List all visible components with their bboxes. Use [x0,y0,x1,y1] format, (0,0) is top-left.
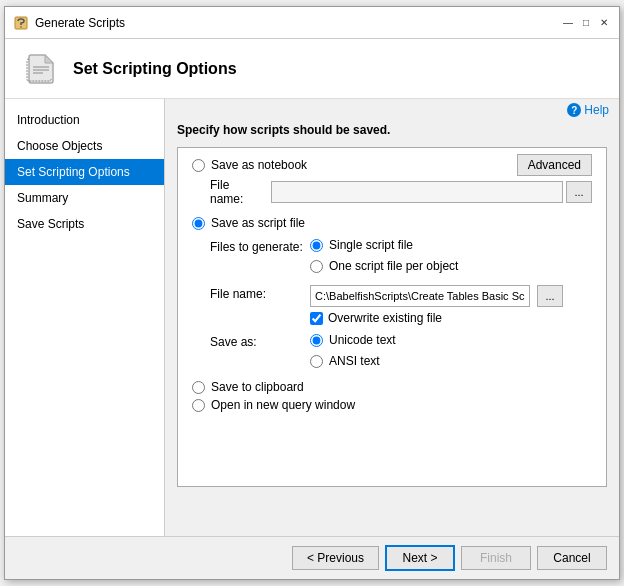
window-icon [13,15,29,31]
save-as-section: Save as: Unicode text ANSI text [210,333,592,372]
script-options-section: Files to generate: Single script file On… [192,238,592,372]
notebook-filename-row: File name: ... [192,178,592,206]
unicode-row: Unicode text [310,333,396,347]
sidebar-item-set-scripting-options[interactable]: Set Scripting Options [5,159,164,185]
single-script-label: Single script file [329,238,413,252]
title-bar: Generate Scripts — □ ✕ [5,7,619,39]
sidebar-item-summary[interactable]: Summary [5,185,164,211]
sidebar-item-introduction[interactable]: Introduction [5,107,164,133]
open-query-label: Open in new query window [211,398,355,412]
ansi-row: ANSI text [310,354,396,368]
save-to-clipboard-radio[interactable] [192,381,205,394]
help-label: Help [584,103,609,117]
svg-point-1 [20,26,22,28]
overwrite-row: Overwrite existing file [310,311,563,325]
help-icon: ? [567,103,581,117]
files-to-generate-label: Files to generate: [210,238,310,254]
content-area: ? Help Specify how scripts should be sav… [165,99,619,536]
save-as-options: Unicode text ANSI text [310,333,396,372]
save-as-script-radio[interactable] [192,217,205,230]
window-title: Generate Scripts [35,16,561,30]
notebook-file-input[interactable] [271,181,563,203]
advanced-button[interactable]: Advanced [517,154,592,176]
overwrite-label: Overwrite existing file [328,311,442,325]
page-title: Set Scripting Options [73,60,237,78]
unicode-radio[interactable] [310,334,323,347]
single-script-row: Single script file [310,238,458,252]
notebook-file-label: File name: [210,178,265,206]
header-area: Set Scripting Options [5,39,619,99]
instruction-text: Specify how scripts should be saved. [177,123,607,137]
files-to-generate-section: Files to generate: Single script file On… [210,238,592,277]
sidebar: Introduction Choose Objects Set Scriptin… [5,99,165,536]
sidebar-item-save-scripts[interactable]: Save Scripts [5,211,164,237]
one-per-object-row: One script file per object [310,259,458,273]
files-to-generate-options: Single script file One script file per o… [310,238,458,277]
script-filename-section: File name: ... Overwrite existing file [210,285,592,325]
save-as-script-label: Save as script file [211,216,305,230]
notebook-browse-button[interactable]: ... [566,181,592,203]
cancel-button[interactable]: Cancel [537,546,607,570]
help-bar: ? Help [165,99,619,121]
one-per-object-radio[interactable] [310,260,323,273]
content-inner: Specify how scripts should be saved. Adv… [165,121,619,536]
previous-button[interactable]: < Previous [292,546,379,570]
footer-bar: < Previous Next > Finish Cancel [5,536,619,579]
open-query-radio[interactable] [192,399,205,412]
next-button[interactable]: Next > [385,545,455,571]
one-per-object-label: One script file per object [329,259,458,273]
finish-button[interactable]: Finish [461,546,531,570]
overwrite-checkbox[interactable] [310,312,323,325]
header-icon [21,49,61,89]
window-controls: — □ ✕ [561,16,611,30]
single-script-radio[interactable] [310,239,323,252]
help-link[interactable]: ? Help [567,103,609,117]
unicode-label: Unicode text [329,333,396,347]
save-to-clipboard-label: Save to clipboard [211,380,304,394]
main-window: Generate Scripts — □ ✕ Set Scripting Opt… [4,6,620,580]
save-as-notebook-radio[interactable] [192,159,205,172]
save-as-script-row: Save as script file [192,216,592,230]
main-area: Introduction Choose Objects Set Scriptin… [5,99,619,536]
save-as-notebook-label: Save as notebook [211,158,307,172]
script-file-row: ... Overwrite existing file [310,285,563,325]
ansi-label: ANSI text [329,354,380,368]
sidebar-item-choose-objects[interactable]: Choose Objects [5,133,164,159]
open-query-row: Open in new query window [192,398,592,412]
minimize-button[interactable]: — [561,16,575,30]
script-file-input-row: ... [310,285,563,307]
script-file-label: File name: [210,285,310,301]
save-as-notebook-row: Save as notebook [192,158,517,172]
close-button[interactable]: ✕ [597,16,611,30]
save-as-label: Save as: [210,333,310,349]
ansi-radio[interactable] [310,355,323,368]
script-file-input[interactable] [310,285,530,307]
options-panel: Advanced Save as notebook File name: ... [177,147,607,487]
maximize-button[interactable]: □ [579,16,593,30]
save-to-clipboard-row: Save to clipboard [192,380,592,394]
script-browse-button[interactable]: ... [537,285,563,307]
